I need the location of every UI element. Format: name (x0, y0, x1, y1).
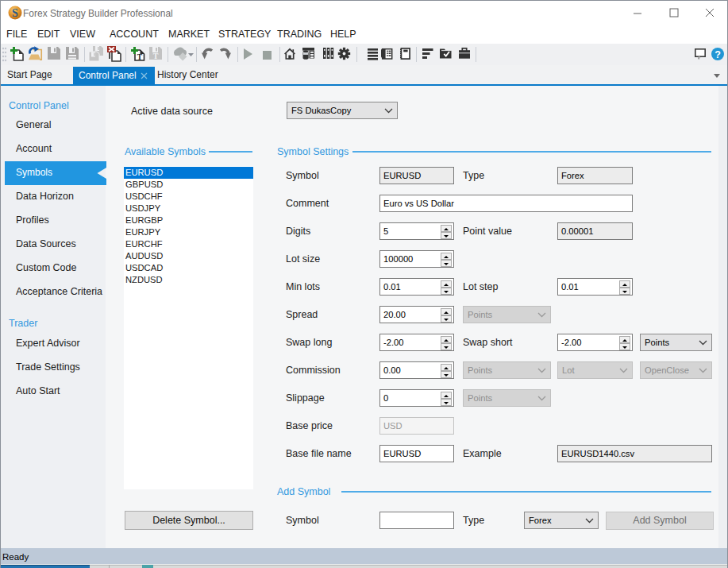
svg-text:?: ? (715, 49, 721, 60)
svg-text:S: S (12, 7, 18, 19)
svg-text:T: T (137, 53, 143, 61)
svg-text:T: T (153, 52, 159, 60)
